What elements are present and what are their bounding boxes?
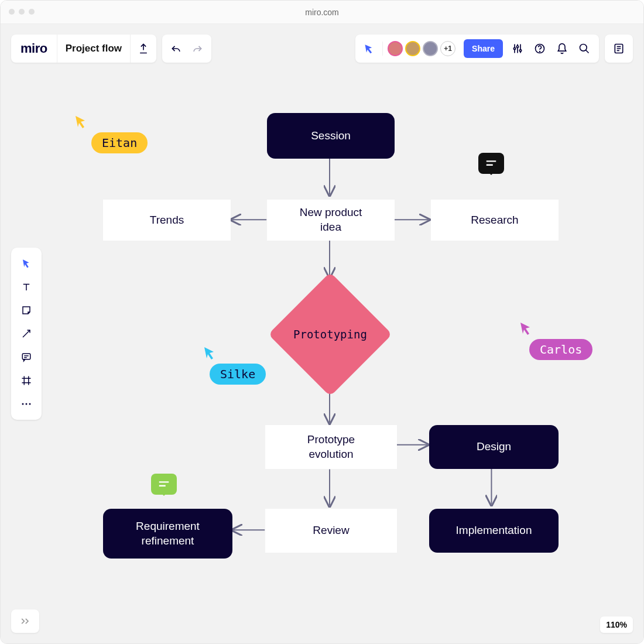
svg-point-2 (519, 50, 521, 52)
search-button[interactable] (573, 35, 595, 63)
chevrons-right-icon (19, 617, 31, 625)
bell-icon (556, 43, 568, 54)
right-icon-group (506, 35, 595, 63)
line-tool[interactable] (15, 323, 38, 345)
settings-button[interactable] (506, 35, 529, 63)
node-label: Review (313, 523, 349, 538)
collaborator-cursor-carlos: Carlos (519, 321, 592, 360)
browser-titlebar: miro.com (1, 1, 643, 24)
svg-point-5 (580, 44, 587, 52)
browser-url: miro.com (305, 8, 339, 17)
node-trends[interactable]: Trends (103, 200, 231, 241)
comment-marker[interactable] (151, 474, 177, 495)
text-tool[interactable] (15, 276, 38, 298)
node-label: Trends (150, 213, 184, 228)
node-label: Session (311, 129, 351, 143)
node-requirement-refinement[interactable]: Requirementrefinement (103, 509, 232, 559)
node-session[interactable]: Session (267, 113, 395, 159)
sticky-icon (21, 305, 32, 316)
undo-button[interactable] (166, 35, 187, 63)
more-icon (21, 402, 32, 406)
node-label: Research (471, 213, 518, 228)
node-label: Requirementrefinement (136, 519, 200, 548)
node-label: Prototypeevolution (307, 433, 355, 461)
traffic-lights (9, 9, 35, 15)
avatar[interactable] (405, 41, 420, 56)
cursor-icon (519, 321, 533, 335)
avatar[interactable] (388, 41, 403, 56)
select-tool[interactable] (15, 252, 38, 275)
frame-icon (21, 375, 32, 386)
collaborator-cursor-silke: Silke (203, 346, 266, 385)
avatar-stack[interactable]: +1 (385, 41, 460, 56)
svg-rect-7 (22, 354, 30, 359)
miro-logo[interactable]: miro (11, 35, 57, 63)
board-title[interactable]: Project flow (57, 35, 131, 63)
top-toolbar: miro Project flow (11, 35, 633, 63)
traffic-min[interactable] (19, 9, 25, 15)
notes-icon (613, 43, 625, 54)
collab-pill: +1 Share (355, 35, 599, 63)
present-button[interactable] (359, 43, 380, 54)
redo-button[interactable] (187, 35, 208, 63)
node-implementation[interactable]: Implementation (429, 509, 559, 553)
node-research[interactable]: Research (431, 200, 559, 241)
cursor-name: Eitan (91, 132, 148, 153)
text-icon (21, 282, 32, 292)
zoom-level[interactable]: 110% (600, 616, 633, 633)
comment-lines-icon (485, 159, 498, 167)
node-review[interactable]: Review (265, 509, 397, 553)
svg-point-8 (22, 403, 24, 405)
comment-marker[interactable] (478, 153, 504, 174)
cursor-name: Silke (210, 364, 266, 385)
redo-icon (191, 43, 203, 54)
avatar[interactable] (423, 41, 438, 56)
svg-point-10 (29, 403, 31, 405)
sticky-tool[interactable] (15, 299, 38, 321)
search-icon (578, 43, 590, 54)
cursor-icon (203, 346, 217, 360)
comments-panel-button[interactable] (605, 35, 633, 63)
svg-point-0 (513, 47, 515, 49)
collapse-panel-button[interactable] (11, 609, 39, 633)
svg-point-4 (540, 52, 540, 52)
node-design[interactable]: Design (429, 425, 559, 469)
export-button[interactable] (131, 35, 156, 63)
more-tools[interactable] (15, 393, 38, 415)
frame-tool[interactable] (15, 369, 38, 392)
collaborator-cursor-eitan: Eitan (74, 115, 148, 153)
avatar-overflow[interactable]: +1 (440, 41, 455, 56)
undo-icon (170, 43, 182, 54)
board-info-pill: miro Project flow (11, 35, 156, 63)
svg-point-9 (26, 403, 28, 405)
history-pill (162, 35, 211, 63)
notifications-button[interactable] (551, 35, 573, 63)
canvas-area[interactable]: miro Project flow (1, 24, 643, 643)
share-button[interactable]: Share (464, 39, 503, 58)
svg-point-1 (516, 46, 518, 47)
export-icon (138, 43, 149, 54)
node-label: New productidea (300, 205, 362, 234)
node-label: Implementation (456, 523, 532, 538)
app-window: miro.com miro Project flow (0, 0, 644, 644)
comment-tool[interactable] (15, 346, 38, 368)
cursor-name: Carlos (529, 339, 592, 360)
traffic-max[interactable] (29, 9, 35, 15)
help-icon (534, 43, 546, 54)
arrow-icon (21, 328, 32, 339)
node-label: Prototyping (293, 328, 367, 341)
node-prototyping[interactable]: Prototyping (269, 273, 392, 396)
cursor-arrow-icon (364, 43, 375, 54)
tool-palette (11, 248, 42, 420)
comment-icon (21, 352, 32, 362)
pointer-icon (21, 258, 32, 269)
sliders-icon (512, 43, 523, 54)
comment-lines-icon (157, 480, 170, 488)
node-prototype-evolution[interactable]: Prototypeevolution (265, 425, 397, 469)
cursor-icon (74, 115, 88, 129)
node-label: Design (477, 440, 511, 454)
node-new-product-idea[interactable]: New productidea (267, 200, 395, 241)
traffic-close[interactable] (9, 9, 15, 15)
help-button[interactable] (529, 35, 551, 63)
